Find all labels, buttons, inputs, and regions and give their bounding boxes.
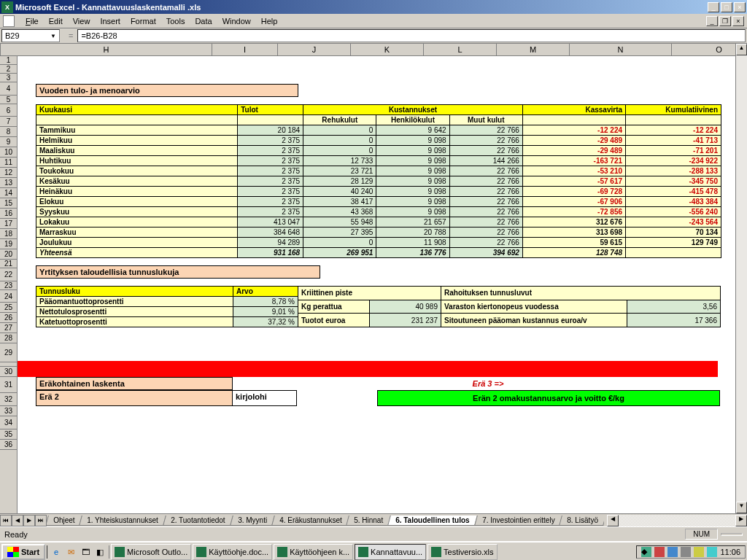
- close-button[interactable]: ×: [734, 2, 746, 12]
- menu-tools[interactable]: Tools: [161, 15, 190, 27]
- table-row[interactable]: Helmikuu2 37509 09822 766-29 489-41 713: [36, 136, 721, 146]
- table-row[interactable]: Toukokuu2 37523 7219 09822 766-53 210-28…: [36, 166, 721, 176]
- tab-next-button[interactable]: ▶: [23, 515, 35, 526]
- row-header[interactable]: 8: [0, 127, 17, 137]
- name-box[interactable]: B29 ▼: [1, 29, 60, 42]
- scroll-up-button[interactable]: ▲: [736, 44, 747, 55]
- task-button[interactable]: Käyttöohjeen k...: [274, 544, 353, 560]
- sheet-tab[interactable]: 8. Lisätyö: [559, 516, 604, 526]
- row-header[interactable]: 17: [0, 219, 17, 229]
- row-header[interactable]: 16: [0, 209, 17, 219]
- tab-prev-button[interactable]: ◀: [12, 515, 23, 526]
- row-header[interactable]: 33: [0, 406, 17, 416]
- table-row[interactable]: Marraskuu384 64827 39520 78822 766313 69…: [36, 228, 721, 238]
- row-header[interactable]: 28: [0, 333, 17, 343]
- row-header[interactable]: 12: [0, 168, 17, 178]
- scroll-track[interactable]: [736, 55, 747, 502]
- table-row[interactable]: Maaliskuu2 37509 09822 766-29 489-71 201: [36, 146, 721, 156]
- row-header[interactable]: 36: [0, 440, 17, 450]
- tray-icon[interactable]: ◆: [641, 547, 651, 557]
- tray-icon[interactable]: [667, 547, 678, 557]
- menu-help[interactable]: Help: [256, 15, 283, 27]
- col-header[interactable]: L: [424, 44, 497, 55]
- table-row[interactable]: Elokuu2 37538 4179 09822 766-67 906-483 …: [36, 197, 721, 207]
- sheet-tab[interactable]: Ohjeet: [47, 516, 82, 526]
- grid[interactable]: Vuoden tulo- ja menoarvioKuukausiTulotKu…: [18, 56, 735, 513]
- row-header[interactable]: 13: [0, 178, 17, 188]
- row-header[interactable]: 24: [0, 290, 17, 303]
- row-header[interactable]: 27: [0, 323, 17, 333]
- task-button[interactable]: Microsoft Outlo...: [111, 544, 191, 560]
- table-row[interactable]: Pääomantuottoprosentti8,78 %: [36, 297, 298, 307]
- menu-insert[interactable]: Insert: [95, 15, 125, 27]
- row-header[interactable]: 1: [0, 56, 17, 65]
- row-header[interactable]: 31: [0, 377, 17, 393]
- sheet-tab[interactable]: 5. Hinnat: [346, 516, 391, 526]
- tray-icon[interactable]: [707, 547, 717, 557]
- scroll-right-button[interactable]: ▶: [735, 515, 747, 526]
- col-header[interactable]: H: [1, 44, 212, 55]
- row-header[interactable]: 18: [0, 229, 17, 239]
- sheet-tab[interactable]: 3. Myynti: [230, 516, 275, 526]
- tray-icon[interactable]: [654, 547, 665, 557]
- row-header[interactable]: 6: [0, 104, 17, 117]
- row-header[interactable]: 30: [0, 367, 17, 377]
- row-header[interactable]: 22: [0, 268, 17, 281]
- col-header[interactable]: M: [497, 44, 570, 55]
- vertical-scrollbar[interactable]: ▲ ▼: [735, 44, 747, 513]
- table-row[interactable]: Tuotot euroa231 237Sitoutuneen pääoman k…: [298, 314, 721, 327]
- table-row[interactable]: Lokakuu413 04755 94821 65722 766312 676-…: [36, 217, 721, 228]
- ie-icon[interactable]: e: [50, 545, 63, 559]
- sheet-tab[interactable]: 7. Investointien erittely: [474, 516, 562, 526]
- chevron-down-icon[interactable]: ▼: [50, 33, 56, 39]
- row-header[interactable]: 32: [0, 393, 17, 406]
- menu-file[interactable]: File: [20, 15, 44, 27]
- row-header[interactable]: 29: [0, 343, 17, 362]
- app-icon[interactable]: ◧: [93, 545, 107, 559]
- menu-view[interactable]: View: [68, 15, 96, 27]
- scroll-down-button[interactable]: ▼: [736, 502, 747, 513]
- row-header[interactable]: 7: [0, 117, 17, 127]
- menu-data[interactable]: Data: [190, 15, 217, 27]
- table-row[interactable]: Huhtikuu2 37512 7339 098144 266-163 721-…: [36, 156, 721, 166]
- row-header[interactable]: 4: [0, 82, 17, 96]
- table-row[interactable]: Joulukuu94 289011 90822 76659 615129 749: [36, 238, 721, 248]
- row-header[interactable]: 26: [0, 313, 17, 323]
- menu-format[interactable]: Format: [125, 15, 161, 27]
- tray-icon[interactable]: [694, 547, 704, 557]
- sheet-tab[interactable]: 6. Taloudellinen tulos: [387, 516, 477, 526]
- table-row[interactable]: Nettotulosprosentti9,01 %: [36, 307, 298, 317]
- doc-restore-button[interactable]: ❐: [719, 16, 731, 26]
- row-header[interactable]: 14: [0, 188, 17, 198]
- tab-last-button[interactable]: ⏭: [35, 515, 47, 526]
- table-row[interactable]: Tammikuu20 18409 64222 766-12 224-12 224: [36, 125, 721, 136]
- row-header[interactable]: 15: [0, 198, 17, 209]
- doc-close-button[interactable]: ×: [732, 16, 744, 26]
- minimize-button[interactable]: _: [708, 2, 719, 12]
- row-header[interactable]: 21: [0, 260, 17, 268]
- task-button[interactable]: Kannattavuu...: [355, 544, 426, 560]
- table-row[interactable]: Heinäkuu2 37540 2409 09822 766-69 728-41…: [36, 187, 721, 197]
- task-button[interactable]: Testiversio.xls: [427, 544, 497, 560]
- menu-window[interactable]: Window: [217, 15, 256, 27]
- row-header[interactable]: 23: [0, 281, 17, 290]
- table-row[interactable]: Kesäkuu2 37528 1299 09822 766-57 617-345…: [36, 176, 721, 187]
- col-header[interactable]: N: [570, 44, 672, 55]
- start-button[interactable]: Start: [1, 544, 45, 560]
- tab-first-button[interactable]: ⏮: [0, 515, 12, 526]
- table-row[interactable]: Kg perattua40 989Varaston kiertonopeus v…: [298, 300, 721, 314]
- table-row[interactable]: Syyskuu2 37543 3689 09822 766-72 856-556…: [36, 207, 721, 217]
- system-tray[interactable]: ◆ 11:06: [636, 545, 746, 559]
- scroll-left-button[interactable]: ◀: [607, 515, 619, 526]
- horizontal-scrollbar[interactable]: ◀ ▶: [607, 515, 747, 526]
- task-button[interactable]: Käyttöohje.doc...: [193, 544, 272, 560]
- row-header[interactable]: 9: [0, 137, 17, 147]
- row-header[interactable]: 20: [0, 249, 17, 260]
- menu-edit[interactable]: Edit: [44, 15, 68, 27]
- row-header[interactable]: 10: [0, 147, 17, 158]
- formula-input[interactable]: =B26-B28: [77, 29, 746, 42]
- maximize-button[interactable]: □: [721, 2, 732, 12]
- row-header[interactable]: 25: [0, 303, 17, 313]
- row-header[interactable]: 5: [0, 96, 17, 104]
- era3-link[interactable]: Erä 3 =>: [415, 379, 561, 388]
